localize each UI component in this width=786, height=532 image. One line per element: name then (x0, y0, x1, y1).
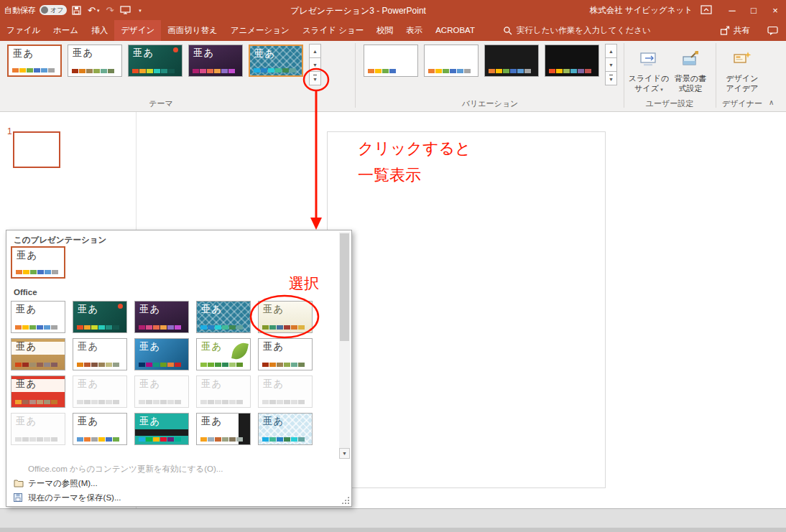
scrollbar-down-button[interactable]: ▼ (339, 448, 350, 459)
autosave-switch[interactable]: オフ (40, 5, 67, 15)
theme-color-strip (77, 325, 119, 330)
theme-thumbnail[interactable]: 亜あ (11, 338, 65, 370)
scroll-down-icon: ▼ (313, 62, 318, 67)
theme-sample-text: 亜あ (17, 249, 37, 262)
theme-color-strip (16, 270, 58, 274)
theme-thumbnail[interactable]: 亜あ (73, 301, 127, 333)
comments-button[interactable] (767, 20, 778, 41)
tab-design[interactable]: デザイン (114, 20, 161, 41)
chevron-down-icon: ▾ (660, 87, 663, 92)
share-label: 共有 (734, 25, 750, 36)
browse-icon (14, 479, 28, 487)
theme-thumbnail[interactable]: 亜あ (134, 375, 189, 408)
slide-canvas[interactable] (327, 131, 606, 488)
theme-thumbnail[interactable]: 亜あ (73, 413, 127, 445)
undo-dropdown-icon[interactable]: ▾ (97, 8, 100, 13)
theme-thumbnail[interactable]: 亜あ (68, 45, 122, 77)
variants-more-button[interactable]: ▾ (605, 71, 617, 85)
themes-scroll-down-button[interactable]: ▼ (309, 57, 321, 72)
theme-thumbnail[interactable]: 亜あ (11, 246, 65, 279)
tell-me-search-box[interactable]: 実行したい作業を入力してください (503, 20, 651, 41)
theme-thumbnail[interactable]: 亜あ (258, 375, 313, 408)
theme-thumbnail[interactable]: 亜あ (258, 413, 313, 445)
tab-insert[interactable]: 挿入 (85, 20, 114, 41)
menu-item-label: Office.com からのコンテンツ更新を有効にする(O)... (28, 464, 223, 475)
theme-thumbnail[interactable] (424, 45, 478, 77)
theme-thumbnail[interactable]: 亜あ (134, 301, 189, 333)
theme-thumbnail[interactable]: 亜あ (11, 413, 65, 445)
theme-sample-text: 亜あ (139, 303, 160, 316)
scroll-down-icon: ▼ (609, 62, 614, 67)
share-button[interactable]: 共有 (720, 20, 750, 41)
customize-group-label: ユーザー設定 (624, 98, 716, 109)
themes-scroll-up-button[interactable]: ▲ (309, 44, 321, 58)
red-dot-decoration (173, 47, 178, 52)
theme-thumbnail[interactable]: 亜あ (73, 338, 127, 370)
theme-thumbnail[interactable] (364, 45, 418, 77)
share-icon (720, 26, 730, 35)
search-icon (503, 26, 512, 35)
tab-transitions[interactable]: 画面切り替え (161, 20, 224, 41)
theme-thumbnail[interactable]: 亜あ (196, 301, 251, 333)
browse-for-themes[interactable]: テーマの参照(M)... (6, 476, 351, 490)
scrollbar-thumb[interactable] (340, 233, 349, 341)
tab-home[interactable]: ホーム (47, 20, 85, 41)
theme-thumbnail[interactable]: 亜あ (196, 338, 251, 370)
customize-qat-button[interactable]: ▾ (137, 8, 142, 13)
powerpoint-window: 自動保存 オフ ↶ ▾ ↷ ▾ プレゼンテーション3 - P (0, 0, 786, 532)
theme-color-strip (139, 400, 181, 404)
tab-animations[interactable]: アニメーション (224, 20, 296, 41)
tab-slideshow[interactable]: スライド ショー (296, 20, 370, 41)
start-slideshow-button[interactable] (120, 6, 131, 14)
theme-thumbnail[interactable]: 亜あ (134, 413, 189, 445)
theme-color-strip (72, 69, 114, 73)
theme-thumbnail[interactable]: 亜あ (188, 45, 243, 77)
undo-button[interactable]: ↶ ▾ (88, 6, 99, 15)
slide-thumbnail[interactable] (13, 131, 60, 168)
close-button[interactable]: × (764, 0, 786, 20)
redo-button[interactable]: ↷ (106, 6, 114, 15)
autosave-toggle[interactable]: 自動保存 オフ (4, 0, 67, 20)
ribbon-tab-row: ファイルホーム挿入デザイン画面切り替えアニメーションスライド ショー校閲表示AC… (0, 20, 786, 41)
ribbon-display-options-button[interactable] (695, 0, 717, 20)
theme-thumbnail[interactable]: 亜あ (134, 338, 189, 370)
theme-thumbnail[interactable]: 亜あ (73, 375, 127, 408)
theme-thumbnail[interactable] (484, 45, 539, 77)
tab-file[interactable]: ファイル (0, 20, 47, 41)
tab-review[interactable]: 校閲 (370, 20, 399, 41)
theme-color-strip (200, 363, 243, 367)
theme-thumbnail[interactable]: 亜あ (7, 45, 62, 77)
save-button[interactable] (72, 6, 81, 15)
collapse-ribbon-button[interactable]: ∧ (769, 98, 774, 106)
theme-thumbnail[interactable]: 亜あ (258, 338, 313, 370)
save-current-theme[interactable]: 現在のテーマを保存(S)... (6, 490, 351, 505)
minimize-button[interactable]: ─ (721, 0, 743, 20)
theme-thumbnail[interactable] (545, 45, 599, 77)
variants-scroll-down-button[interactable]: ▼ (605, 57, 617, 72)
theme-sample-text: 亜あ (16, 340, 37, 353)
theme-thumbnail[interactable]: 亜あ (258, 301, 313, 333)
theme-sample-text: 亜あ (78, 415, 98, 428)
window-title: プレゼンテーション3 - PowerPoint (290, 5, 426, 17)
theme-thumbnail[interactable]: 亜あ (196, 413, 251, 445)
tab-acrobat[interactable]: ACROBAT (429, 20, 481, 41)
save-icon (72, 6, 81, 15)
theme-thumbnail[interactable]: 亜あ (249, 45, 303, 77)
section-header-this-presentation: このプレゼンテーション (14, 235, 106, 246)
theme-thumbnail[interactable]: 亜あ (196, 375, 251, 408)
maximize-button[interactable]: □ (743, 0, 764, 20)
redo-icon: ↷ (106, 6, 114, 15)
theme-thumbnail[interactable]: 亜あ (11, 301, 65, 333)
theme-thumbnail[interactable]: 亜あ (128, 45, 182, 77)
more-gallery-icon: ▾ (609, 75, 612, 83)
tab-view[interactable]: 表示 (399, 20, 429, 41)
theme-color-strip (428, 69, 471, 73)
variants-scroll-up-button[interactable]: ▲ (605, 44, 617, 58)
theme-sample-text: 亜あ (201, 415, 222, 428)
account-name: 株式会社 サイビッグネット (590, 5, 693, 16)
theme-thumbnail[interactable]: 亜あ (11, 375, 65, 408)
dropdown-scrollbar[interactable]: ▼ (339, 232, 350, 459)
themes-dropdown-panel: このプレゼンテーション 亜あ Office 亜あ亜あ亜あ亜あ亜あ亜あ亜あ亜あ亜あ… (6, 230, 352, 507)
theme-color-strip (15, 400, 57, 404)
themes-more-button[interactable]: ▾ (309, 71, 321, 85)
